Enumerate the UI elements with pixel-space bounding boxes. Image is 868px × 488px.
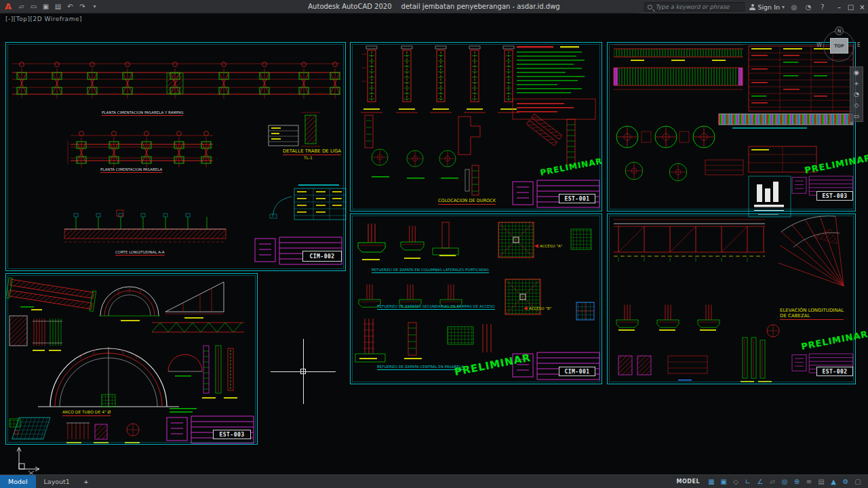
sheet-est-001 — [350, 42, 602, 211]
search-input[interactable] — [655, 3, 739, 10]
undo-icon[interactable]: ↶ — [65, 1, 75, 13]
heading-zapata-laterales: REFUERZO DE ZAPATA EN COLUMNAS LATERALES… — [372, 268, 489, 273]
viewcube-west[interactable]: W — [816, 42, 822, 48]
layout-tabs: Model Layout1 + — [0, 475, 94, 488]
notifications-icon[interactable]: ◔ — [804, 3, 813, 11]
heading-zapata-central: REFUERZO DE ZAPATA CENTRAL EN PASARELA — [377, 365, 464, 370]
title-detalle-trabe: DETALLE TRABE DE LIGA — [283, 148, 341, 155]
sheet-code-est-003-arch: EST-003 — [213, 430, 251, 439]
autocad-window: A ▱ ▭ ▣ ▤ ↶ ↷ ▾ Autodesk AutoCAD 2020det… — [0, 0, 868, 488]
title-bar: A ▱ ▭ ▣ ▤ ↶ ↷ ▾ Autodesk AutoCAD 2020det… — [0, 0, 868, 14]
open-icon[interactable]: ▭ — [28, 1, 39, 13]
plot-icon[interactable]: ▤ — [53, 1, 63, 13]
label-acceso-b: ACCESO "B" — [524, 306, 551, 310]
title-planta-pasarela: PLANTA CIMENTACION PASARELA — [100, 167, 162, 173]
snap-icon[interactable]: ▣ — [719, 476, 728, 488]
quick-access-toolbar: ▱ ▭ ▣ ▤ ↶ ↷ ▾ — [16, 1, 100, 13]
status-bar: Model Layout1 + MODEL ▦ ▣ ◇ ∟ ∠ ▱ ◎ ⊕ ≡ … — [0, 474, 868, 488]
sign-in-label: Sign In — [757, 3, 780, 11]
title-elevacion-line1: ELEVACIÓN LONGITUDINAL — [780, 308, 844, 313]
otrack-icon[interactable]: ◎ — [780, 476, 789, 488]
navigation-bar: ◉ + ◔ ◇ ▭ — [850, 66, 863, 122]
document-title: detail jembatan penyeberangan - asdar.id… — [401, 3, 560, 10]
window-controls: – □ × — [833, 0, 868, 14]
new-layout-button[interactable]: + — [78, 475, 94, 488]
zoom-icon[interactable]: ◔ — [854, 91, 859, 98]
sign-in-caret-icon: ▾ — [782, 4, 785, 10]
sheet-code-est-002: EST-002 — [816, 367, 853, 376]
orbit-icon[interactable]: ◇ — [854, 102, 859, 108]
viewcube-east[interactable]: E — [857, 42, 861, 48]
qat-customize-caret-icon[interactable]: ▾ — [90, 1, 100, 13]
ucs-icon — [17, 447, 39, 474]
viewcube-top-face[interactable]: TOP — [830, 38, 848, 54]
sheet-code-est-003-details: EST-003 — [816, 191, 853, 201]
new-drawing-icon[interactable]: ▱ — [16, 1, 26, 13]
sheet-code-cim-002: CIM-002 — [302, 251, 342, 262]
clean-screen-icon[interactable]: ▢ — [853, 476, 863, 488]
drawing-canvas[interactable]: [-][Top][2D Wireframe] PLANTA CIMENTACIO… — [0, 14, 868, 474]
ortho-icon[interactable]: ∟ — [743, 476, 753, 488]
label-acceso-a: ACCESO "A" — [534, 244, 562, 248]
title-planta-rampas: PLANTA CIMENTACION PASARELA Y RAMPAS — [102, 110, 183, 116]
lineweight-icon[interactable]: ≡ — [804, 476, 814, 488]
minimize-button[interactable]: – — [833, 0, 845, 14]
steering-wheel-icon[interactable]: ◉ — [854, 69, 859, 76]
sheet-est-002 — [607, 214, 856, 384]
title-detalle-trabe-sub: TL-1 — [304, 156, 313, 161]
polar-icon[interactable]: ∠ — [755, 476, 765, 488]
acceso-a-arrow-icon — [534, 244, 538, 248]
isodraft-icon[interactable]: ▱ — [768, 476, 777, 488]
grid-icon[interactable]: ▦ — [707, 476, 716, 488]
app-title: Autodesk AutoCAD 2020 — [308, 3, 391, 10]
title-elevacion-line2: DE CABEZAL — [780, 313, 810, 319]
sign-in-menu[interactable]: Sign In ▾ — [749, 3, 785, 11]
sheet-est-003-arch — [5, 273, 258, 445]
tab-layout1[interactable]: Layout1 — [36, 475, 78, 488]
search-icon — [648, 5, 652, 9]
annotation-icon[interactable]: ▲ — [829, 476, 838, 488]
help-search-box[interactable] — [644, 2, 745, 12]
sheet-cim-002 — [5, 42, 346, 271]
tab-model[interactable]: Model — [0, 475, 36, 488]
transparency-icon[interactable]: ▤ — [816, 476, 826, 488]
autodesk-app-store-icon[interactable]: ◎ — [789, 3, 799, 11]
crosshair-pickbox — [300, 369, 306, 374]
pan-icon[interactable]: + — [854, 80, 859, 87]
user-icon — [749, 4, 755, 10]
help-icon[interactable]: ? — [818, 3, 827, 11]
title-elevacion-cabezal: ELEVACIÓN LONGITUDINALDE CABEZAL — [780, 308, 844, 320]
infer-icon[interactable]: ◇ — [731, 476, 741, 488]
viewport-controls[interactable]: [-][Top][2D Wireframe] — [5, 16, 82, 22]
redo-icon[interactable]: ↷ — [77, 1, 87, 13]
model-paperspace-toggle[interactable]: MODEL — [673, 479, 704, 485]
acceso-b-text: ACCESO "B" — [529, 306, 551, 310]
acceso-b-arrow-icon — [524, 306, 528, 310]
title-corte-longitudinal: CORTE LONGITUDINAL A-A — [115, 250, 165, 256]
titlebar-right-cluster: Sign In ▾ ◎ ◔ ? – □ × — [639, 0, 868, 14]
autocad-logo-icon[interactable]: A — [0, 0, 16, 14]
title-arco: ARCO DE TUBO DE 4" Ø — [62, 410, 111, 416]
heading-zapatas-secundarias: REFUERZO DE ZAPATAS SECUNDARIAS EN RAMPA… — [377, 304, 495, 310]
sheet-code-cim-001: CIM-001 — [559, 367, 595, 376]
sheet-cim-001 — [350, 214, 602, 384]
sheet-est-003-details — [607, 42, 856, 211]
workspace-gear-icon[interactable]: ⚙ — [841, 476, 850, 488]
sheet-code-est-001: EST-001 — [559, 194, 595, 203]
maximize-button[interactable]: □ — [845, 0, 856, 14]
save-icon[interactable]: ▣ — [41, 1, 51, 13]
acceso-a-text: ACCESO "A" — [540, 244, 562, 248]
showmotion-icon[interactable]: ▭ — [854, 113, 860, 119]
viewcube-north[interactable]: N — [835, 26, 844, 35]
status-toggles: MODEL ▦ ▣ ◇ ∟ ∠ ▱ ◎ ⊕ ≡ ▤ ▲ ⚙ ▢ — [673, 476, 868, 488]
osnap-icon[interactable]: ⊕ — [792, 476, 802, 488]
close-button[interactable]: × — [856, 0, 868, 14]
title-durock: COLOCACION DE DUROCK — [438, 199, 496, 205]
